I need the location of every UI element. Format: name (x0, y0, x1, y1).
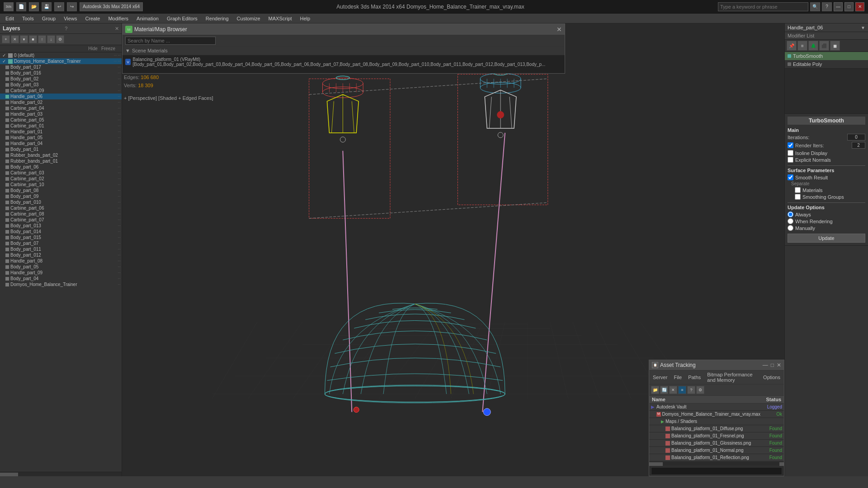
at-menu-server[interactable]: Server (651, 374, 669, 380)
workspace-select[interactable]: Autodesk 3ds Max 2014 x64 (80, 2, 143, 11)
layer-delete-btn[interactable]: ✕ (11, 35, 19, 43)
undo-btn[interactable]: ↩ (54, 2, 64, 11)
menu-rendering[interactable]: Rendering (202, 15, 232, 22)
layer-move-down-btn[interactable]: ↓ (47, 35, 55, 43)
layer-item-body-04[interactable]: Body_part_04 ··· (0, 276, 122, 282)
menu-tools[interactable]: Tools (19, 15, 38, 22)
layers-close-btn[interactable]: ✕ (115, 26, 119, 32)
at-row-fresnel[interactable]: Balancing_platform_01_Fresnel.png Found (649, 432, 784, 440)
layer-move-up-btn[interactable]: ↑ (38, 35, 46, 43)
layer-item-carbine-10[interactable]: Carbine_part_10 ··· (0, 182, 122, 188)
ts-materials-check[interactable] (795, 187, 801, 193)
at-row-vault[interactable]: ▶ Autodesk Vault Logged (649, 404, 784, 411)
layer-settings-btn[interactable]: ⚙ (56, 35, 64, 43)
at-menu-options[interactable]: Options (761, 374, 782, 380)
menu-modifiers[interactable]: Modifiers (104, 15, 132, 22)
mod-icon-shaded[interactable]: ◼ (830, 41, 840, 51)
layer-item-body-07[interactable]: Body_part_07 ··· (0, 240, 122, 246)
layer-item-carbine-04[interactable]: Carbine_part_04 ··· (0, 105, 122, 111)
open-btn[interactable]: 📂 (29, 2, 39, 11)
layer-select-btn[interactable]: ■ (29, 35, 37, 43)
layer-item-carbine-02[interactable]: Carbine_part_02 ··· (0, 176, 122, 182)
layer-item-handle-08[interactable]: Handle_part_08 ··· (0, 258, 122, 264)
ts-manually-radio[interactable] (788, 225, 793, 231)
mat-search-input[interactable] (125, 37, 216, 45)
layer-item-body-015[interactable]: Body_part_015 ··· (0, 235, 122, 240)
layer-item-handle-09[interactable]: Handle_part_09 ··· (0, 270, 122, 276)
modifier-editable-poly[interactable]: Editable Poly (785, 60, 868, 68)
ts-smooth-result-check[interactable] (788, 174, 793, 180)
layers-question-btn[interactable]: ? (65, 26, 67, 31)
mat-browser-close-btn[interactable]: ✕ (557, 26, 562, 33)
menu-views[interactable]: Views (60, 15, 80, 22)
maximize-btn[interactable]: □ (844, 2, 854, 11)
at-tool-3[interactable]: ✕ (669, 386, 677, 394)
at-tool-1[interactable]: 📁 (651, 386, 659, 394)
layer-item-handle-05[interactable]: Handle_part_05 ··· (0, 135, 122, 141)
minimize-btn[interactable]: — (834, 2, 843, 11)
ts-when-rendering-radio[interactable] (788, 218, 793, 224)
at-tool-4[interactable]: ≡ (678, 386, 686, 394)
layer-item-rubber-01[interactable]: Rubber_bands_part_01 ··· (0, 158, 122, 164)
layer-item-body-08[interactable]: Body_part_08 ··· (0, 188, 122, 193)
layer-item-body-02[interactable]: Body_part_02 ··· (0, 76, 122, 82)
ts-iterations-input[interactable] (847, 134, 865, 141)
ts-always-radio[interactable] (788, 211, 793, 217)
layer-item-body-012[interactable]: Body_part_012 ··· (0, 252, 122, 258)
at-hscroll[interactable] (649, 461, 784, 466)
layer-item-body-013[interactable]: Body_part_013 ··· (0, 223, 122, 229)
at-row-normal[interactable]: Balancing_platform_01_Normal.png Found (649, 447, 784, 454)
at-row-reflection[interactable]: Balancing_platform_01_Reflection.png Fou… (649, 454, 784, 461)
layer-item-body-05[interactable]: Body_part_05 ··· (0, 264, 122, 270)
layer-item-handle-01[interactable]: Handle_part_01 ··· (0, 129, 122, 135)
layer-add-btn[interactable]: ▼ (20, 35, 28, 43)
at-minimize-btn[interactable]: — (763, 362, 768, 368)
menu-edit[interactable]: Edit (2, 15, 18, 22)
at-row-maxfile[interactable]: M Domyos_Home_Balance_Trainer_max_vray.m… (649, 411, 784, 418)
menu-help[interactable]: Help (297, 15, 314, 22)
at-menu-file[interactable]: File (672, 374, 684, 380)
layer-item-body-01[interactable]: Body_part_01 ··· (0, 146, 122, 152)
mat-content-row[interactable]: V Balancing_platform_01 (VRayMtl) [Body_… (125, 57, 562, 67)
ts-update-btn[interactable]: Update (788, 234, 865, 243)
search-input[interactable] (718, 2, 808, 11)
at-row-maps-folder[interactable]: ▶ Maps / Shaders (649, 418, 784, 425)
at-tool-settings[interactable]: ⚙ (696, 386, 704, 394)
at-row-diffuse[interactable]: Balancing_platform_01_Diffuse.png Found (649, 425, 784, 432)
layer-item-body-03[interactable]: Body_part_03 ··· (0, 82, 122, 88)
menu-create[interactable]: Create (81, 15, 104, 22)
at-row-glossiness[interactable]: Balancing_platform_01_Glossiness.png Fou… (649, 440, 784, 447)
layer-item-body-017[interactable]: Body_part_017 ··· (0, 64, 122, 70)
layer-item-handle-02[interactable]: Handle_part_02 ··· (0, 99, 122, 105)
ts-smoothing-check[interactable] (795, 194, 801, 200)
layer-check-domyos[interactable]: ✓ (1, 59, 7, 64)
layer-item-domyos-root[interactable]: ✓ Domyos_Home_Balance_Trainer ··· ··· (0, 58, 122, 64)
ts-isoline-check[interactable] (788, 150, 793, 156)
layer-item-body-010[interactable]: Body_part_010 ··· (0, 199, 122, 205)
mod-icon-list[interactable]: ≡ (797, 41, 807, 51)
mod-icon-pin[interactable]: 📌 (787, 41, 797, 51)
menu-group[interactable]: Group (38, 15, 60, 22)
layer-item-rubber-02[interactable]: Rubber_bands_part_02 ··· (0, 152, 122, 158)
layer-item-body-09[interactable]: Body_part_09 ··· (0, 193, 122, 199)
at-menu-paths[interactable]: Paths (686, 374, 703, 380)
layer-item-carbine-07[interactable]: Carbine_part_07 ··· (0, 217, 122, 223)
layer-item-carbine-03[interactable]: Carbine_part_03 ··· (0, 170, 122, 176)
new-btn[interactable]: 📄 (16, 2, 26, 11)
at-close-btn[interactable]: ✕ (777, 362, 781, 368)
at-maximize-btn[interactable]: □ (771, 362, 774, 368)
layer-item-handle-03[interactable]: Handle_part_03 ··· (0, 111, 122, 117)
redo-btn[interactable]: ↪ (67, 2, 77, 11)
layer-item-0-default[interactable]: ✓ 0 (default) ··· ··· (0, 52, 122, 58)
ts-explicit-check[interactable] (788, 157, 793, 163)
ts-render-iters-check[interactable] (788, 142, 793, 148)
layer-new-btn[interactable]: + (2, 35, 10, 43)
layer-item-carbine-01[interactable]: Carbine_part_01 ··· (0, 123, 122, 129)
layer-item-carbine-09[interactable]: Carbine_part_09 ··· (0, 88, 122, 94)
modifier-turbosmooth[interactable]: TurboSmooth (785, 52, 868, 60)
at-menu-bitmap-perf[interactable]: Bitmap Performance and Memory (705, 371, 759, 383)
menu-animation[interactable]: Animation (133, 15, 162, 22)
layer-check-0[interactable]: ✓ (1, 53, 7, 58)
layer-item-domyos-footer[interactable]: Domyos_Home_Balance_Trainer ··· (0, 282, 122, 287)
at-tool-2[interactable]: 🔄 (660, 386, 668, 394)
